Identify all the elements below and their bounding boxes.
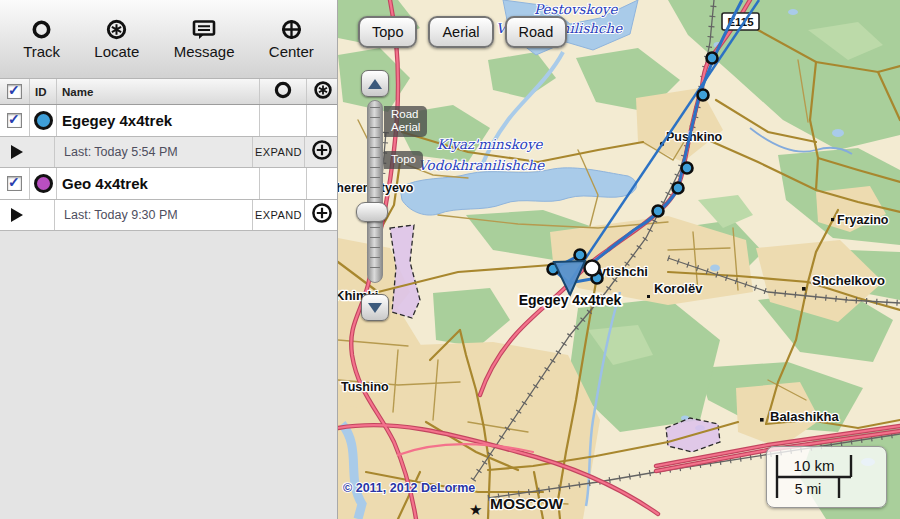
expand-button[interactable]: EXPAND	[255, 146, 305, 158]
zoom-level-flyout-road-aerial: Road Aerial	[384, 106, 427, 137]
select-all-checkbox[interactable]	[7, 84, 22, 99]
zoom-slider-track[interactable]	[367, 100, 383, 283]
tracker-color-dot	[34, 174, 53, 193]
down-arrow-icon	[368, 303, 382, 313]
locate-asterisk-icon	[313, 80, 333, 104]
center-button[interactable]: Center	[269, 18, 314, 60]
tracker-name: Geo 4x4trek	[59, 175, 148, 192]
waypoint-marker	[698, 90, 709, 101]
waypoint-marker	[707, 53, 718, 64]
expand-button[interactable]: EXPAND	[255, 209, 305, 221]
locate-button[interactable]: Locate	[94, 18, 139, 60]
map-canvas[interactable]: Pushkino Fryazino Korolëv Mytishchi Shch…	[338, 0, 900, 519]
tracker-name: Egegey 4x4trek	[59, 112, 172, 129]
zoom-in-button[interactable]	[361, 70, 389, 97]
tracker-row-egegey[interactable]: Egegey 4x4trek	[0, 105, 337, 137]
map-copyright: © 2011, 2012 DeLorme	[343, 481, 475, 495]
map-label-klyazminskoye: Klyaz'minskoye	[437, 136, 544, 152]
zoom-level-flyout-topo: Topo	[384, 151, 423, 169]
tracker-color-dot	[34, 111, 53, 130]
waypoint-marker	[575, 250, 586, 261]
map-label-balashikha: Balashikha	[770, 409, 839, 424]
waypoint-marker	[682, 163, 693, 174]
row-checkbox[interactable]	[7, 176, 22, 191]
center-button-label: Center	[269, 43, 314, 60]
zoom-slider-ticks	[370, 107, 380, 276]
tracker-detail-egegey: Last: Today 5:54 PM EXPAND	[0, 137, 337, 168]
scale-mi-label: 5 mi	[795, 481, 821, 497]
message-icon	[191, 18, 217, 41]
tracker-table: ID Name Egegey 4x4trek Last: Today 5:54 …	[0, 79, 337, 231]
expander-arrow-icon[interactable]	[11, 208, 23, 222]
flyout-road-label: Road	[391, 108, 420, 121]
tracker-table-header: ID Name	[0, 79, 337, 105]
tracker-sidebar: Track Locate Message Center	[0, 0, 338, 519]
message-button-label: Message	[174, 43, 235, 60]
tracking-app-window: Track Locate Message Center	[0, 0, 900, 519]
map-label-moscow: MOSCOW	[490, 495, 564, 512]
row-checkbox[interactable]	[7, 113, 22, 128]
map-scale-bar: 10 km 5 mi	[766, 446, 887, 508]
flyout-aerial-label: Aerial	[391, 121, 420, 134]
map-layer-buttons: Topo Aerial Road	[358, 16, 567, 48]
map-label-klyazminskoye-2: Vodokhranilishche	[418, 157, 545, 173]
scale-km-label: 10 km	[794, 457, 835, 474]
map-label-pestovskoye: Pestovskoye	[534, 1, 618, 17]
zoom-out-button[interactable]	[361, 294, 389, 321]
track-ring-icon	[273, 80, 293, 104]
locate-column-header[interactable]	[307, 79, 338, 104]
plus-circle-icon	[311, 202, 333, 228]
flyout-topo-label: Topo	[391, 153, 416, 166]
up-arrow-icon	[368, 79, 382, 89]
capital-star-icon: ★	[469, 501, 482, 518]
id-column-header: ID	[32, 86, 47, 98]
last-report-time: Last: Today 9:30 PM	[57, 208, 178, 222]
tracker-detail-geo: Last: Today 9:30 PM EXPAND	[0, 200, 337, 231]
name-column-header: Name	[59, 86, 93, 98]
waypoint-marker	[673, 183, 684, 194]
map-label-korolev: Korolëv	[654, 281, 703, 296]
map-label-fryazino: Fryazino	[837, 213, 889, 227]
topo-layer-button[interactable]: Topo	[358, 16, 417, 48]
track-name-label: Egegey 4x4trek	[519, 292, 622, 308]
map-label-tushino: Tushino	[341, 380, 389, 394]
expand-plus-button[interactable]	[305, 137, 338, 167]
map-label-pushkino: Pushkino	[666, 130, 723, 144]
track-icon	[30, 18, 53, 41]
map-label-shchelkovo: Shchelkovo	[812, 273, 885, 288]
topo-basemap: Pushkino Fryazino Korolëv Mytishchi Shch…	[338, 0, 900, 519]
last-report-marker[interactable]	[585, 261, 600, 276]
track-button[interactable]: Track	[23, 18, 60, 60]
sidebar-empty-area	[0, 231, 337, 519]
road-layer-button[interactable]: Road	[505, 16, 568, 48]
aerial-layer-button[interactable]: Aerial	[428, 16, 493, 48]
track-column-header[interactable]	[260, 79, 307, 104]
waypoint-marker	[653, 206, 664, 217]
expander-arrow-icon[interactable]	[11, 145, 23, 159]
tracker-row-geo[interactable]: Geo 4x4trek	[0, 168, 337, 200]
last-report-time: Last: Today 5:54 PM	[57, 145, 178, 159]
locate-button-label: Locate	[94, 43, 139, 60]
toolbar: Track Locate Message Center	[0, 0, 337, 79]
locate-icon	[105, 18, 128, 41]
plus-circle-icon	[311, 139, 333, 165]
zoom-slider-thumb[interactable]	[356, 202, 388, 222]
message-button[interactable]: Message	[174, 18, 235, 60]
center-map-icon	[280, 18, 303, 41]
expand-plus-button[interactable]	[305, 200, 338, 230]
track-button-label: Track	[23, 43, 60, 60]
